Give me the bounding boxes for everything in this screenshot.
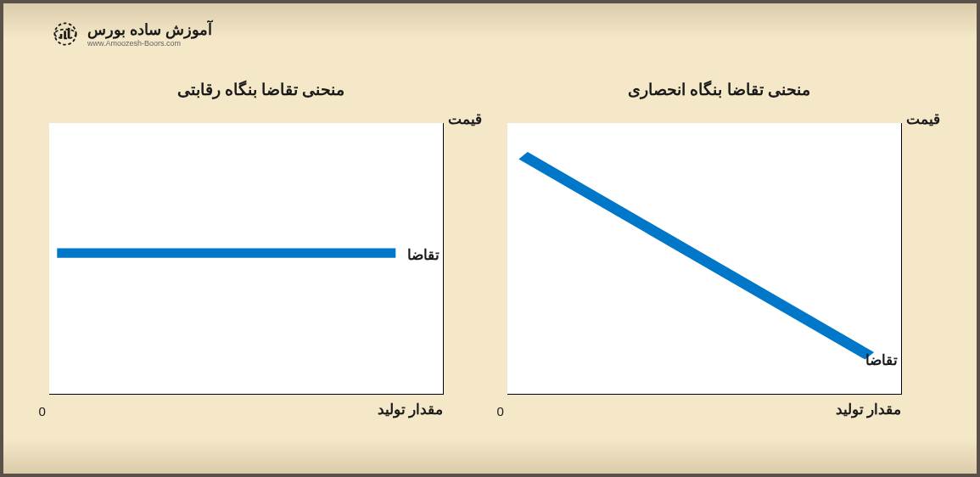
plot-box [49, 123, 444, 395]
globe-chart-icon [50, 19, 81, 49]
chart-title: منحنی تقاضا بنگاه انحصاری [628, 80, 810, 99]
svg-rect-2 [60, 34, 63, 38]
chart-title: منحنی تقاضا بنگاه رقابتی [177, 80, 345, 99]
demand-label: تقاضا [407, 246, 440, 264]
plot-area-competitive: قیمت تقاضا مقدار تولید 0 [41, 115, 482, 420]
logo-subtitle: www.Amoozesh-Boors.com [87, 39, 212, 48]
x-axis-label: مقدار تولید [836, 401, 902, 418]
x-axis-label: مقدار تولید [378, 401, 444, 418]
chart-monopoly: منحنی تقاضا بنگاه انحصاری قیمت تقاضا مقد… [499, 80, 940, 448]
svg-rect-3 [64, 31, 66, 38]
y-axis-label: قیمت [906, 110, 940, 128]
demand-curve-svg [49, 123, 443, 394]
demand-line [523, 155, 869, 356]
chart-competitive: منحنی تقاضا بنگاه رقابتی قیمت تقاضا مقدا… [41, 80, 482, 448]
y-axis-label: قیمت [448, 110, 482, 128]
plot-box [507, 123, 902, 395]
charts-container: منحنی تقاضا بنگاه انحصاری قیمت تقاضا مقد… [3, 3, 977, 474]
demand-label: تقاضا [865, 351, 898, 369]
svg-rect-4 [68, 28, 70, 39]
origin-label: 0 [39, 404, 46, 418]
logo-title: آموزش ساده بورس [87, 20, 212, 39]
origin-label: 0 [497, 404, 504, 418]
demand-curve-svg [507, 123, 901, 394]
brand-logo: آموزش ساده بورس www.Amoozesh-Boors.com [50, 19, 212, 49]
plot-area-monopoly: قیمت تقاضا مقدار تولید 0 [499, 115, 940, 420]
